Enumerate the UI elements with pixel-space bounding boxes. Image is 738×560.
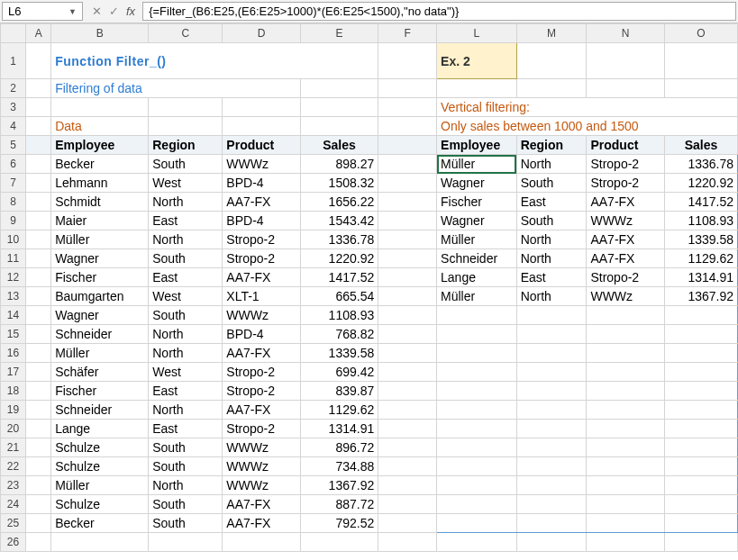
row-header[interactable]: 22 (1, 457, 26, 476)
row-header[interactable]: 1 (1, 43, 26, 79)
cell[interactable]: Lange (51, 420, 149, 438)
cell[interactable] (437, 438, 517, 457)
row-header[interactable]: 13 (1, 287, 26, 306)
cell[interactable] (664, 363, 737, 382)
col-header[interactable]: B (51, 24, 149, 43)
cell[interactable] (26, 382, 51, 401)
row-header[interactable]: 19 (1, 401, 26, 420)
row-header[interactable]: 18 (1, 382, 26, 401)
cell[interactable] (378, 344, 437, 363)
cell[interactable]: 839.87 (300, 382, 378, 401)
row-header[interactable]: 8 (1, 193, 26, 212)
row-header[interactable]: 11 (1, 249, 26, 268)
cell[interactable]: North (149, 401, 223, 420)
cell[interactable]: AA7-FX (223, 401, 300, 420)
cell[interactable] (378, 287, 437, 306)
cell[interactable]: Only sales between 1000 and 1500 (437, 117, 738, 136)
cell[interactable] (300, 117, 378, 136)
cell[interactable] (587, 476, 664, 495)
cell[interactable] (378, 193, 437, 212)
chevron-down-icon[interactable]: ▼ (68, 7, 77, 16)
cell[interactable]: Schmidt (51, 193, 149, 212)
row-header[interactable]: 20 (1, 420, 26, 438)
cell[interactable] (437, 420, 517, 438)
cell[interactable] (516, 325, 587, 344)
cell[interactable]: XLT-1 (223, 287, 300, 306)
cell[interactable]: South (149, 249, 223, 268)
cell[interactable] (437, 79, 517, 98)
cell[interactable]: Becker (51, 155, 149, 174)
cell[interactable] (378, 230, 437, 249)
cell[interactable]: Stropo-2 (223, 382, 300, 401)
cell[interactable] (26, 212, 51, 230)
cell[interactable] (587, 401, 664, 420)
cell[interactable] (437, 344, 517, 363)
cell[interactable] (378, 306, 437, 325)
cell[interactable]: Schulze (51, 438, 149, 457)
cell[interactable]: North (149, 325, 223, 344)
row-header[interactable]: 2 (1, 79, 26, 98)
cell[interactable]: Fischer (437, 193, 517, 212)
cell[interactable]: WWWz (223, 457, 300, 476)
cell[interactable] (300, 98, 378, 117)
cell[interactable] (516, 382, 587, 401)
cell[interactable]: AA7-FX (223, 344, 300, 363)
cell[interactable] (437, 457, 517, 476)
col-header[interactable]: F (378, 24, 437, 43)
row-header[interactable]: 16 (1, 344, 26, 363)
cell[interactable]: North (516, 230, 587, 249)
cell[interactable]: 768.82 (300, 325, 378, 344)
cell[interactable] (26, 495, 51, 514)
cell[interactable]: Wagner (51, 249, 149, 268)
cell[interactable] (378, 155, 437, 174)
cell[interactable] (587, 43, 664, 79)
cell[interactable] (26, 155, 51, 174)
cell[interactable] (664, 438, 737, 457)
row-header[interactable]: 6 (1, 155, 26, 174)
cell[interactable] (587, 363, 664, 382)
cell[interactable] (664, 325, 737, 344)
cell[interactable] (149, 533, 223, 552)
cell[interactable] (26, 420, 51, 438)
cell[interactable] (437, 401, 517, 420)
cell[interactable]: Fischer (51, 382, 149, 401)
cell[interactable]: East (149, 420, 223, 438)
cell[interactable]: AA7-FX (587, 193, 664, 212)
cell[interactable]: Lange (437, 268, 517, 287)
col-header[interactable]: O (664, 24, 737, 43)
active-cell[interactable]: Müller (437, 155, 517, 174)
cell[interactable]: AA7-FX (223, 268, 300, 287)
cell[interactable]: Wagner (437, 212, 517, 230)
cell[interactable] (26, 174, 51, 193)
cell[interactable] (378, 117, 437, 136)
cell[interactable]: Müller (51, 476, 149, 495)
cell[interactable] (516, 79, 587, 98)
cancel-icon[interactable]: ✕ (92, 5, 102, 18)
cell[interactable]: Schneider (51, 401, 149, 420)
col-header[interactable]: D (223, 24, 300, 43)
cell[interactable]: Müller (51, 230, 149, 249)
cell[interactable] (587, 420, 664, 438)
cell[interactable]: South (516, 174, 587, 193)
cell[interactable] (664, 457, 737, 476)
cell[interactable]: East (516, 193, 587, 212)
cell[interactable] (516, 420, 587, 438)
cell[interactable] (378, 43, 437, 79)
cell[interactable]: East (149, 268, 223, 287)
cell[interactable] (300, 79, 378, 98)
cell[interactable]: Schulze (51, 495, 149, 514)
cell[interactable] (26, 117, 51, 136)
cell[interactable] (587, 457, 664, 476)
cell[interactable]: AA7-FX (587, 249, 664, 268)
cell[interactable]: Schneider (51, 325, 149, 344)
cell[interactable]: North (516, 155, 587, 174)
row-header[interactable]: 10 (1, 230, 26, 249)
cell[interactable] (378, 495, 437, 514)
cell[interactable] (149, 117, 223, 136)
cell[interactable] (378, 249, 437, 268)
row-header[interactable]: 23 (1, 476, 26, 495)
cell[interactable]: East (149, 212, 223, 230)
cell[interactable] (516, 438, 587, 457)
row-header[interactable]: 7 (1, 174, 26, 193)
cell[interactable] (587, 344, 664, 363)
